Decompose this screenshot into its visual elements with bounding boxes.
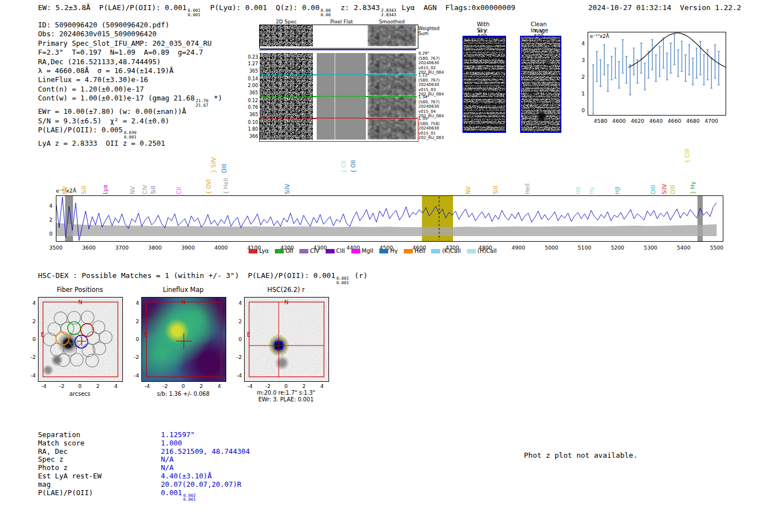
info-line: ID: 5090096420 (5090096420.pdf)	[38, 21, 222, 30]
spec2d-value: 0.76	[246, 104, 258, 111]
compass-north: N	[78, 299, 82, 305]
info-line: Cont(n) = 1.20(±0.00)e-17	[38, 85, 222, 94]
cutout-x-tick: 2	[302, 383, 306, 389]
zoom-x-tick: 4660	[667, 118, 681, 124]
legend-item: Hγ	[379, 248, 397, 254]
emission-line-label: OIII	[221, 164, 227, 173]
spec2d-value: 1.27	[246, 60, 258, 67]
spectrum-x-tick: 3700	[115, 245, 128, 251]
sky-lines-overlay	[464, 37, 505, 132]
text-segment: Cont(n) = 1.20(±0.00)e-17	[38, 85, 144, 93]
table-value-text: 216.521509, 48.744304	[161, 447, 250, 456]
legend-swatch	[299, 249, 308, 253]
spec2d-value: 365	[246, 111, 258, 118]
info-line: P(LAE)/P(OII): 0.0050.0390.001	[38, 126, 222, 139]
stacked-value: 2.83432.8343	[381, 8, 396, 17]
zoom-y-tick: 3	[581, 57, 585, 63]
table-label: P(LAE)/P(OII)	[38, 489, 161, 502]
cutout-x-tick: 2	[199, 383, 203, 389]
info-line: EWr = 10.00(±7.80) (w: 0.00(±nan))Å	[38, 107, 222, 116]
emission-line-label: { CII	[341, 161, 347, 173]
text-segment: *)	[209, 94, 222, 102]
info-line: Cont(w) = 1.00(±0.01)e-17 (gmag 21.6821.…	[38, 94, 222, 107]
clean-image-spots	[521, 37, 560, 132]
table-value: 4.40(±3.10)Å	[161, 472, 212, 481]
text-segment: F=2.3" T=0.197 N=1.09 A=0.89 g=24.7	[38, 48, 203, 56]
legend-swatch	[326, 249, 335, 253]
spec2d-row-values: 0.120.76365	[246, 97, 258, 118]
emission-line-label: { CIII	[684, 149, 690, 163]
hsc-caption2: EWr: 3. PLAE: 0.001	[258, 396, 313, 402]
zoom-y-tick: 1	[581, 90, 585, 97]
spectrum-y-tick: 2	[49, 217, 53, 223]
info-line: Primary Spec_Slot_IFU_AMP: 202_035_074_R…	[38, 39, 222, 48]
emission-line-label: { HeII	[223, 178, 229, 194]
compass-north: N	[182, 299, 185, 305]
spectrum-x-tick: 4900	[512, 245, 525, 251]
legend-label: Hγ	[390, 248, 397, 254]
fiber-circle	[70, 353, 83, 366]
stacked-value: 21.7021.67	[196, 99, 209, 107]
info-line: F=2.3" T=0.197 N=1.09 A=0.89 g=24.7	[38, 48, 222, 57]
cutout-y-tick: 2	[136, 318, 139, 324]
cutout-y-tick: 4	[136, 300, 139, 306]
photz-note: Phot z plot not available.	[524, 451, 638, 459]
spec2d-row-2d	[260, 75, 313, 96]
emission-line-label: } Hγ	[690, 181, 696, 194]
cutout-x-tick: -4	[247, 383, 252, 389]
emission-line-label: SiIV	[284, 184, 290, 194]
spectrum-x-tick: 3500	[49, 245, 63, 251]
info-line: Obs: 20240630v015_5090096420	[38, 30, 222, 39]
table-row: mag20.07(20.07,20.07)R	[38, 481, 250, 489]
lineflux-caption: s/b: 1.36 +/- 0.068	[157, 391, 209, 397]
zoom-plot-canvas	[588, 32, 726, 116]
cutout-y-tick: 4	[32, 300, 36, 306]
cutout-title: Fiber Positions	[57, 286, 103, 294]
cutout-y-tick: 4	[239, 300, 242, 306]
text-segment: (r)	[350, 271, 368, 280]
cutout-x-tick: 4	[320, 383, 323, 389]
info-line: λ = 4660.08Å σ = 16.94(±14.19)Å	[38, 66, 222, 75]
fiber-circle	[81, 311, 94, 324]
table-row: Photo zN/A	[38, 464, 250, 472]
zoom-x-tick: 4620	[631, 118, 644, 124]
emission-line-label: } SiIV	[211, 157, 217, 173]
fiber-circle	[81, 324, 94, 337]
hsc-caption1: m:20.0 re:1.7" s:1.3"	[257, 390, 316, 396]
spec2d-col-title: Pixel Flat	[330, 19, 352, 25]
header-summary: EW: 5.2±3.8Å P(LAE)/P(OII): 0.0010.0010.…	[38, 3, 516, 17]
spectrum-x-tick: 5200	[611, 245, 624, 251]
table-row: Separation1.12597"	[38, 431, 250, 439]
legend-swatch	[431, 249, 440, 253]
table-value-text: 0.001	[161, 488, 182, 497]
text-segment: ID: 5090096420 (5090096420.pdf)	[38, 21, 169, 29]
table-value-text: 4.40(±3.10)Å	[161, 472, 212, 480]
emission-line-label: NV	[465, 186, 471, 194]
spec2d-row-values: 0.142.00365	[246, 75, 258, 96]
cutout-y-tick: 0	[32, 336, 36, 342]
hsc-overlay	[245, 298, 328, 381]
zoom-x-tick: 4700	[704, 118, 718, 124]
legend-swatch	[404, 249, 413, 253]
text-segment: z: 2.8343	[332, 3, 380, 12]
table-value: N/A	[161, 456, 174, 464]
field-box	[249, 302, 324, 377]
field-box	[43, 302, 118, 377]
spec2d-col-title: Smoothed	[379, 19, 405, 25]
cutout-title: Lineflux Map	[163, 286, 203, 294]
info-line: LineFlux = 4.70(±3.30)e-16	[38, 75, 222, 84]
table-value-text: N/A	[161, 463, 174, 472]
cutout-x-tick: 4	[217, 383, 221, 389]
text-segment: Primary Spec_Slot_IFU_AMP: 202_035_074_R…	[38, 39, 212, 47]
elixer-report-page: EW: 5.2±3.8Å P(LAE)/P(OII): 0.0010.0010.…	[0, 0, 782, 532]
spec2d-value: 2.00	[246, 82, 258, 89]
legend-item: Lyα	[249, 248, 269, 254]
spec2d-value: 0.23	[246, 54, 258, 60]
cutout-title: HSC(26.2) r	[268, 286, 305, 294]
compass-north: N	[284, 299, 288, 305]
emission-line-label: OIII	[670, 185, 676, 194]
zoom-x-tick: 4600	[612, 118, 626, 124]
emission-line-label: Hβ	[614, 186, 621, 194]
spec2d-value: 365	[246, 68, 258, 74]
legend-swatch	[379, 249, 388, 253]
